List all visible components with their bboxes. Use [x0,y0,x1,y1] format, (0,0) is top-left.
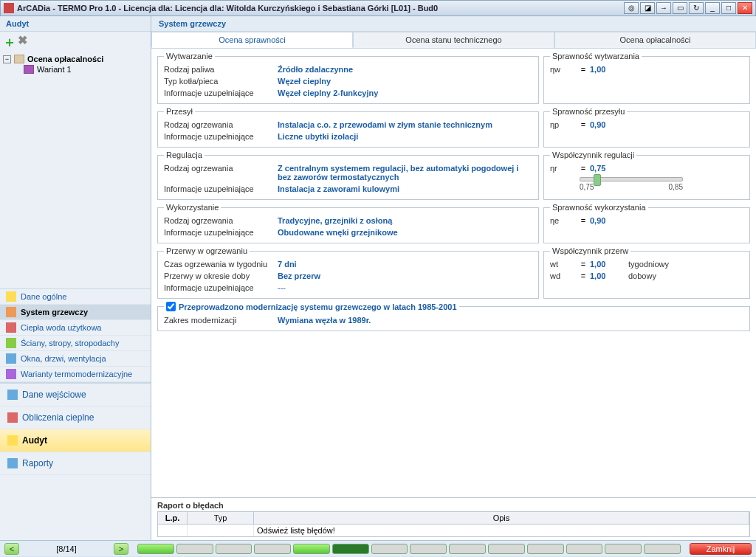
info-wytw-value[interactable]: Węzeł cieplny 2-funkcyjny [278,89,532,97]
slider-thumb[interactable] [594,174,601,186]
typ-kotla-value[interactable]: Węzeł cieplny [278,77,532,86]
group-sprawnosc-przesylu: Sprawność przesyłu ηp=0,90 [543,107,750,148]
right-header: System grzewczy [151,16,756,32]
variant-icon [24,65,34,74]
nav-icon [6,322,16,333]
info-przerwy-value[interactable]: --- [278,283,532,292]
nav-icon [6,369,16,379]
group-sprawnosc-wytw: Sprawność wytwarzania ηw=1,00 [543,52,750,104]
nav-list: Dane ogólne System grzewczy Ciepła woda … [0,288,151,382]
tree-view: − Ocena opłacalności Wariant 1 [0,52,151,288]
legend: Współczynnik regulacji [550,151,636,159]
legend: Współczynnik przerw [550,246,630,255]
doc-icon [7,435,18,446]
group-wytwarzanie: Wytwarzanie Rodzaj paliwaŹródło zdalaczy… [157,52,539,104]
maximize-button[interactable]: □ [721,2,736,14]
modern-check-label[interactable]: Przeprowadzono modernizację systemu grze… [179,302,457,311]
tab-sprawnosci[interactable]: Ocena sprawności [151,32,353,48]
bignav-obliczenia[interactable]: Obliczenia cieplne [0,406,151,429]
bignav-dane-wejsciowe[interactable]: Dane wejściowe [0,384,151,406]
wt-value[interactable]: 1,00 [590,260,625,269]
pencil-icon [7,390,18,400]
left-panel: Audyt ＋ ✖ − Ocena opłacalności Wariant 1… [0,16,151,540]
rodzaj-ogrz-przesyl-value[interactable]: Instalacja c.o. z przewodami w złym stan… [278,120,532,129]
eta-r-value[interactable]: 0,75 [590,164,625,173]
eta-p-value[interactable]: 0,90 [590,120,625,129]
big-nav: Dane wejściowe Obliczenia cieplne Audyt … [0,382,151,475]
minimize-button[interactable]: _ [705,2,720,14]
legend: Przesył [164,107,195,116]
nav-icon [6,338,16,348]
report-header: L.p. Typ Opis [158,512,749,525]
nav-system-grzewczy[interactable]: System grzewczy [0,305,151,320]
legend: Sprawność przesyłu [550,107,627,116]
nav-warianty[interactable]: Warianty termomodernizacyjne [0,367,151,382]
rodzaj-ogrz-reg-value[interactable]: Z centralnym systemem regulacji, bez aut… [278,164,532,181]
tree-child[interactable]: Wariant 1 [37,65,72,74]
info-przesyl-value[interactable]: Liczne ubytki izolacji [278,132,532,141]
info-wyk-value[interactable]: Obudowane wnęki grzejnikowe [278,228,532,237]
bignav-audyt[interactable]: Audyt [0,429,151,452]
nav-sciany[interactable]: Ściany, stropy, stropodachy [0,336,151,351]
nav-okna[interactable]: Okna, drzwi, wentylacja [0,351,151,367]
wd-value[interactable]: 1,00 [590,271,625,280]
modern-checkbox[interactable] [166,302,176,311]
tab-oplacalnosci[interactable]: Ocena opłacalności [554,32,756,48]
nav-dane-ogolne[interactable]: Dane ogólne [0,289,151,305]
eta-w-value[interactable]: 1,00 [590,65,625,74]
tree-delete-icon[interactable]: ✖ [18,33,27,51]
wctl-4[interactable]: ▭ [673,2,687,14]
title-bar: ArCADia - TERMO Pro 1.0 - Licencja dla: … [0,0,756,16]
nav-icon [6,291,16,302]
wctl-3[interactable]: → [656,2,671,14]
zamknij-button[interactable]: Zamknij [690,543,752,555]
tab-stan-techniczny[interactable]: Ocena stanu technicznego [353,32,554,48]
legend: Wykorzystanie [164,203,221,212]
przerwy-doby-value[interactable]: Bez przerw [278,271,532,280]
nav-ciepla-woda[interactable]: Ciepła woda użytkowa [0,320,151,336]
tree-add-icon[interactable]: ＋ [3,33,16,51]
legend: Sprawność wytwarzania [550,52,642,60]
wctl-5[interactable]: ↻ [689,2,704,14]
calc-icon [7,412,18,423]
legend: Sprawność wykorzystania [550,203,648,212]
tabs: Ocena sprawności Ocena stanu techniczneg… [151,32,756,49]
legend: Wytwarzanie [164,52,215,60]
group-modernizacja: Przeprowadzono modernizację systemu grze… [157,302,750,331]
wctl-1[interactable]: ◎ [624,2,639,14]
reg-slider[interactable] [580,177,683,181]
report-row[interactable]: Odśwież listę błędów! [158,525,749,536]
content-area: Wytwarzanie Rodzaj paliwaŹródło zdalaczy… [151,49,756,497]
prev-page-button[interactable]: < [4,543,19,555]
error-report: Raport o błędach L.p. Typ Opis Odśwież l… [151,497,756,540]
bignav-raporty[interactable]: Raporty [0,452,151,475]
tree-root[interactable]: Ocena opłacalności [27,55,103,63]
czas-ogrz-value[interactable]: 7 dni [278,260,532,269]
next-page-button[interactable]: > [114,543,128,555]
group-wspolczynnik-regulacji: Współczynnik regulacji ηr=0,75 0,750,85 [543,151,750,200]
zakres-modern-value[interactable]: Wymiana węzła w 1989r. [278,316,743,325]
rodzaj-ogrz-wyk-value[interactable]: Tradycyjne, grzejniki z osłoną [278,216,532,225]
right-panel: System grzewczy Ocena sprawności Ocena s… [151,16,756,540]
page-indicator: [8/14] [22,544,111,553]
rodzaj-paliwa-value[interactable]: Źródło zdalaczynne [278,65,532,74]
window-controls: ◎ ◪ → ▭ ↻ _ □ ✕ [624,2,752,14]
group-sprawnosc-wyk: Sprawność wykorzystania ηe=0,90 [543,203,750,243]
wctl-2[interactable]: ◪ [640,2,655,14]
group-wykorzystanie: Wykorzystanie Rodzaj ogrzewaniaTradycyjn… [157,203,539,243]
legend: Przerwy w ogrzewaniu [164,246,250,255]
info-reg-value[interactable]: Instalacja z zaworami kulowymi [278,184,532,193]
folder-icon [14,55,24,63]
nav-icon [6,353,16,364]
group-przesyl: Przesył Rodzaj ogrzewaniaInstalacja c.o.… [157,107,539,148]
group-regulacja: Regulacja Rodzaj ogrzewaniaZ centralnym … [157,151,539,200]
tree-collapse-icon[interactable]: − [3,55,11,63]
bottom-bar: < [8/14] > Zamknij [0,540,756,556]
nav-icon [6,307,16,317]
progress-segments [137,544,681,554]
eta-e-value[interactable]: 0,90 [590,216,625,225]
legend: Regulacja [164,151,205,159]
app-icon [4,3,14,13]
close-button[interactable]: ✕ [738,2,752,14]
group-przerwy: Przerwy w ogrzewaniu Czas ogrzewania w t… [157,246,539,299]
